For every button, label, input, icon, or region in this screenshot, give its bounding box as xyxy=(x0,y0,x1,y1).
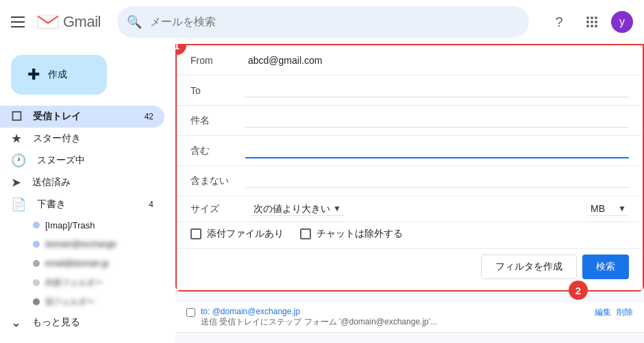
sidebar-item-inbox[interactable]: ☐ 受信トレイ 42 xyxy=(0,106,164,128)
filter-checkbox-row: 添付ファイルあり チャットは除外する xyxy=(177,222,643,248)
sidebar-folder-4[interactable]: 別フォルダー xyxy=(0,292,175,311)
nochat-checkbox-item[interactable]: チャットは除外する xyxy=(300,228,403,240)
compose-button[interactable]: ✚ 作成 xyxy=(11,55,107,95)
nochat-label: チャットは除外する xyxy=(317,228,403,240)
content-area: 1 From abcd@gmail.com To 件名 含む xyxy=(175,44,644,343)
folder4-icon xyxy=(33,298,40,305)
email-content: to: @domain@exchange.jp 送信 受信トレイにステップ フォ… xyxy=(201,307,589,328)
sidebar-item-starred[interactable]: ★ スター付き xyxy=(0,128,164,150)
sent-icon: ➤ xyxy=(11,175,21,190)
svg-point-8 xyxy=(591,25,593,27)
filter-contains-input[interactable] xyxy=(245,143,629,158)
sidebar-item-drafts[interactable]: 📄 下書き 4 xyxy=(0,193,164,215)
filter-from-label: From xyxy=(190,55,245,66)
help-button[interactable]: ? xyxy=(545,8,573,36)
filter-notcontains-row: 含まない xyxy=(177,166,643,196)
avatar[interactable]: y xyxy=(611,11,633,33)
sidebar-item-sent[interactable]: ➤ 送信済み xyxy=(0,172,164,193)
draft-icon: 📄 xyxy=(11,197,26,212)
sidebar-item-snoozed-label: スヌーズ中 xyxy=(37,154,153,167)
logo-area: Gmail xyxy=(36,10,101,34)
snooze-icon: 🕐 xyxy=(11,153,26,168)
sidebar-item-drafts-label: 下書き xyxy=(37,198,138,211)
table-row: to: @domain@exchange.jp 送信 受信トレイにステップ フォ… xyxy=(175,303,644,333)
trash-folder-icon xyxy=(33,222,40,228)
sidebar-item-trash[interactable]: [Imap]/Trash xyxy=(0,215,175,235)
sidebar-item-trash-label: [Imap]/Trash xyxy=(45,220,95,230)
compose-label: 作成 xyxy=(48,69,67,81)
filter-contains-row: 含む xyxy=(177,136,643,166)
apps-icon xyxy=(585,15,599,29)
filter-size-row: サイズ 次の値より大きい 次の値より小さい ▼ MB KB Bytes ▼ xyxy=(177,196,643,222)
folder3-label: 内容フォルダー xyxy=(45,277,103,289)
filter-subject-label: 件名 xyxy=(190,115,245,127)
filter-to-label: To xyxy=(190,85,245,96)
top-bar-right: ? y xyxy=(545,8,633,36)
badge-2: 2 xyxy=(569,281,588,300)
search-bar-wrapper: 🔍 xyxy=(117,6,529,38)
edit-link[interactable]: 編集 xyxy=(595,307,611,318)
search-button[interactable]: 検索 xyxy=(582,255,629,279)
filter-size-label: サイズ xyxy=(190,203,245,215)
svg-point-7 xyxy=(586,25,589,27)
size-unit-select[interactable]: MB KB Bytes xyxy=(591,203,615,214)
filter-notcontains-input[interactable] xyxy=(245,174,629,188)
gmail-text: Gmail xyxy=(63,13,101,31)
svg-point-9 xyxy=(595,25,597,27)
delete-link[interactable]: 削除 xyxy=(617,307,633,318)
folder3-icon xyxy=(33,279,40,286)
email-checkbox[interactable] xyxy=(186,308,195,317)
size-unit-arrow-icon: ▼ xyxy=(618,204,626,213)
more-icon: ⌄ xyxy=(11,315,21,330)
size-select-wrapper: 次の値より大きい 次の値より小さい ▼ xyxy=(251,202,344,216)
drafts-count: 4 xyxy=(149,200,153,209)
nochat-checkbox[interactable] xyxy=(300,228,311,239)
sidebar-folder-3[interactable]: 内容フォルダー xyxy=(0,273,175,292)
sidebar-folder-1[interactable]: domain@exchange xyxy=(0,235,175,254)
create-filter-button[interactable]: フィルタを作成 xyxy=(481,255,577,279)
folder1-icon xyxy=(33,241,40,248)
search-input[interactable] xyxy=(117,6,529,38)
search-icon: 🔍 xyxy=(127,14,142,29)
sidebar: ✚ 作成 ☐ 受信トレイ 42 ★ スター付き 🕐 スヌーズ中 ➤ 送信済み 📄… xyxy=(0,44,175,343)
filter-subject-input[interactable] xyxy=(245,113,629,128)
folder2-label: email@domain.jp xyxy=(45,259,109,268)
filter-to-input[interactable] xyxy=(245,83,629,97)
svg-point-5 xyxy=(591,21,593,23)
svg-point-6 xyxy=(595,21,597,23)
search-filter-panel: 1 From abcd@gmail.com To 件名 含む xyxy=(175,44,644,292)
apps-button[interactable] xyxy=(578,8,606,36)
folder1-label: domain@exchange xyxy=(45,239,116,249)
svg-point-2 xyxy=(591,16,593,19)
compose-plus-icon: ✚ xyxy=(27,66,40,84)
filter-subject-row: 件名 xyxy=(177,106,643,136)
size-unit-wrapper: MB KB Bytes ▼ xyxy=(588,202,629,216)
sidebar-item-inbox-label: 受信トレイ xyxy=(33,110,134,123)
attachment-checkbox[interactable] xyxy=(190,228,201,239)
hamburger-menu[interactable] xyxy=(11,15,25,29)
filter-contains-label: 含む xyxy=(190,145,245,157)
svg-point-1 xyxy=(586,16,589,19)
filter-actions: フィルタを作成 検索 2 xyxy=(177,248,643,290)
gmail-logo-icon xyxy=(36,10,60,34)
sidebar-folder-2[interactable]: email@domain.jp xyxy=(0,254,175,273)
folder2-icon xyxy=(33,260,40,267)
filter-from-value: abcd@gmail.com xyxy=(245,54,629,67)
inbox-count: 42 xyxy=(145,112,153,121)
sidebar-item-snoozed[interactable]: 🕐 スヌーズ中 xyxy=(0,150,164,172)
svg-point-3 xyxy=(595,16,597,19)
svg-point-4 xyxy=(586,21,589,23)
attachment-label: 添付ファイルあり xyxy=(207,228,284,240)
email-preview: 送信 受信トレイにステップ フォーム '@domain@exchange.jp'… xyxy=(201,316,589,328)
size-select-arrow-icon: ▼ xyxy=(333,204,341,213)
filter-from-row: From abcd@gmail.com xyxy=(177,45,643,75)
email-actions: 編集 削除 xyxy=(595,307,633,318)
email-list: to: @domain@exchange.jp 送信 受信トレイにステップ フォ… xyxy=(175,303,644,333)
more-link[interactable]: ⌄ もっと見る xyxy=(0,311,164,333)
main-area: ✚ 作成 ☐ 受信トレイ 42 ★ スター付き 🕐 スヌーズ中 ➤ 送信済み 📄… xyxy=(0,44,644,343)
size-select[interactable]: 次の値より大きい 次の値より小さい xyxy=(253,203,330,214)
attachment-checkbox-item[interactable]: 添付ファイルあり xyxy=(190,228,284,240)
star-icon: ★ xyxy=(11,131,22,146)
email-from: to: @domain@exchange.jp xyxy=(201,307,589,316)
top-bar: Gmail 🔍 ? y xyxy=(0,0,644,44)
